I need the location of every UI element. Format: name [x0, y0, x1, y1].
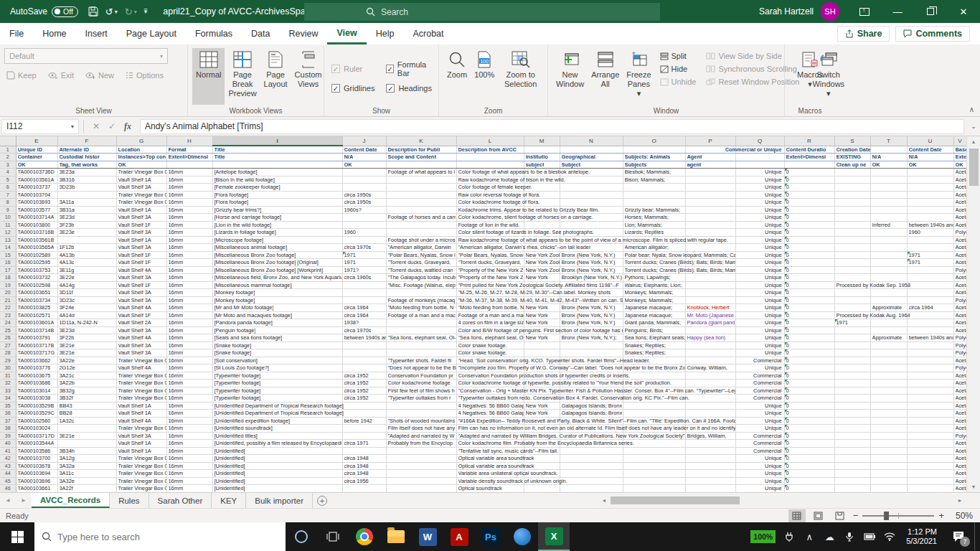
cell-O42[interactable] — [623, 455, 685, 463]
new-window-button[interactable]: New Window — [552, 48, 588, 105]
title-search-box[interactable] — [304, 3, 660, 21]
row-number-23[interactable]: 23 — [0, 311, 16, 319]
cell-K23[interactable]: Footage of a man and a mac — [386, 311, 456, 319]
cell-P21[interactable] — [685, 296, 735, 304]
row-number-36[interactable]: 36 — [0, 410, 16, 418]
cell-H20[interactable]: 16mm — [166, 289, 212, 297]
cell-L42[interactable]: Optical variable area soundtrack — [456, 455, 524, 463]
cell-J28[interactable] — [342, 349, 386, 357]
cell-P24[interactable]: Pandora (giant pand — [685, 319, 735, 327]
cell-T42[interactable] — [870, 455, 907, 463]
cell-L23[interactable]: Footage of a man and a mac — [456, 311, 524, 319]
cell-R27[interactable]: 0 — [784, 342, 834, 349]
share-button[interactable]: Share — [837, 26, 890, 42]
cell-S11[interactable] — [834, 221, 870, 229]
cell-U8[interactable] — [907, 199, 953, 207]
cell-P5[interactable] — [685, 176, 735, 184]
user-name[interactable]: Sarah Hartzell — [759, 6, 814, 17]
column-header-T[interactable]: T — [870, 136, 907, 146]
cell-K29[interactable]: "Typewriter shots. Fardel fil — [386, 357, 456, 364]
cell-L37[interactable]: "#166A Expedition-- Teddy Roosevelt and … — [456, 417, 524, 425]
cell-I8[interactable]: [Flora footage] — [212, 199, 342, 207]
cell-O36[interactable] — [623, 410, 685, 418]
row-number-12[interactable]: 12 — [0, 229, 16, 237]
customize-qat-button[interactable]: ▾̅ — [144, 8, 148, 15]
cell-I22[interactable]: [Mr and Mr Moto footage] — [212, 304, 342, 312]
cell-T30[interactable] — [870, 364, 907, 372]
row-number-8[interactable]: 8 — [0, 199, 16, 207]
cell-G38[interactable]: Trailer Vinegar Box 03 — [116, 425, 166, 433]
cell-R46[interactable]: 0 — [784, 485, 834, 493]
cell-S41[interactable] — [834, 447, 870, 455]
cell-F40[interactable] — [57, 440, 116, 448]
cell-E31[interactable]: TA000103675 — [16, 372, 57, 380]
cell-L19[interactable]: "Print pulled for New York Zoological So… — [456, 281, 524, 289]
redo-button[interactable]: ↻▾ — [125, 6, 137, 17]
cell-V14[interactable]: Acetate — [953, 244, 966, 252]
cell-Q6[interactable]: Unique — [735, 184, 784, 192]
cell-M2[interactable]: Institutio — [524, 154, 560, 161]
cell-J17[interactable]: 1971? — [342, 266, 386, 274]
row-number-16[interactable]: 16 — [0, 259, 16, 267]
cell-Q28[interactable]: Unique — [735, 349, 784, 357]
cell-F24[interactable]: 1D11a, N-242-N — [57, 319, 116, 327]
cell-I42[interactable]: [Unidentified] — [212, 455, 342, 463]
cell-V29[interactable]: Acetate — [953, 357, 966, 364]
cell-U11[interactable]: between 1940s and 1 — [907, 221, 953, 229]
cell-M3[interactable]: subject — [524, 161, 560, 169]
cell-K17[interactable]: "Torrent ducks, wattled cran — [386, 266, 456, 274]
page-break-preview-button[interactable]: Page Break Preview — [225, 48, 260, 105]
cell-Q38[interactable]: Unique — [735, 425, 784, 433]
cell-H44[interactable]: 16mm — [166, 470, 212, 478]
cell-R25[interactable]: 0 — [784, 326, 834, 334]
cell-R20[interactable]: 0 — [784, 289, 834, 297]
cell-G24[interactable]: Vault Shelf 2A — [116, 319, 166, 327]
cell-F35[interactable]: BB43 — [57, 402, 116, 410]
cell-E12[interactable]: TA000103716B — [16, 229, 57, 237]
cell-T25[interactable] — [870, 326, 907, 334]
cell-K46[interactable] — [386, 485, 456, 493]
cell-E30[interactable]: TA000103776 — [16, 364, 57, 372]
cell-I35[interactable]: [Unidentified Department of Tropical Res… — [212, 402, 342, 410]
cell-P44[interactable] — [685, 470, 735, 478]
cell-U31[interactable] — [907, 372, 953, 380]
cell-T35[interactable] — [870, 402, 907, 410]
split-button[interactable]: Split — [658, 51, 699, 61]
cell-U35[interactable] — [907, 402, 953, 410]
cell-R21[interactable]: 0 — [784, 296, 834, 304]
cell-J7[interactable]: circa 1950s — [342, 191, 386, 199]
cell-O45[interactable] — [623, 477, 685, 485]
cell-Q1[interactable]: Commercial or Unique — [735, 146, 784, 154]
cell-O2[interactable]: Subjects: Animals — [623, 154, 685, 161]
zoom-to-selection-button[interactable]: Zoom to Selection — [498, 48, 543, 105]
cell-K2[interactable]: Scope and Content — [386, 154, 456, 161]
cell-G22[interactable]: Vault Shelf 4A — [116, 304, 166, 312]
cell-H39[interactable]: 16mm — [166, 432, 212, 440]
cell-F21[interactable]: 3D23c — [57, 296, 116, 304]
cell-P40[interactable] — [685, 440, 735, 448]
cell-H11[interactable]: 16mm — [166, 221, 212, 229]
cell-J42[interactable]: circa 1948 — [342, 455, 386, 463]
cell-T9[interactable] — [870, 206, 907, 214]
cell-J43[interactable]: circa 1948 — [342, 462, 386, 470]
cell-P12[interactable] — [685, 229, 735, 237]
cell-O19[interactable]: Walrus; Elephants; Lion; — [623, 281, 685, 289]
cell-K18[interactable]: "The Galapagos today. Incub — [386, 274, 456, 282]
cell-Q33[interactable]: Commercial — [735, 387, 784, 395]
wifi-icon[interactable] — [880, 522, 899, 551]
cell-K9[interactable] — [386, 206, 456, 214]
autosave-toggle[interactable]: AutoSave Off — [10, 6, 78, 17]
cell-R43[interactable]: 0 — [784, 462, 834, 470]
cell-F7[interactable] — [57, 191, 116, 199]
cell-M16[interactable]: New York Zool — [524, 259, 560, 267]
cell-K38[interactable]: Film itself does not have any — [386, 425, 456, 433]
cell-L28[interactable]: Color snake footage. — [456, 349, 524, 357]
cell-H23[interactable]: 16mm — [166, 311, 212, 319]
zoom-slider[interactable]: − + — [853, 510, 944, 521]
cell-U37[interactable] — [907, 417, 953, 425]
cell-I39[interactable]: [Unidentified titles] — [212, 432, 342, 440]
cell-T41[interactable] — [870, 447, 907, 455]
cell-L46[interactable]: Optical soundtrack — [456, 485, 524, 493]
cell-Q26[interactable]: Unique — [735, 334, 784, 342]
cell-F33[interactable]: 3B32g — [57, 387, 116, 395]
